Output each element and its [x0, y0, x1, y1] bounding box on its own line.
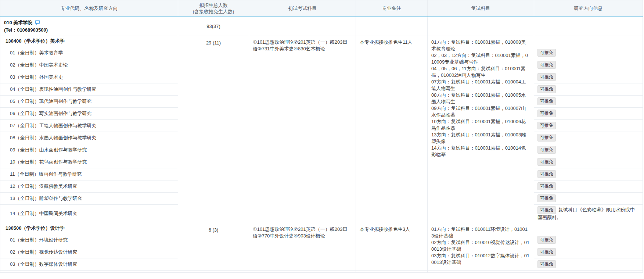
empty-cell [356, 17, 428, 36]
section-title-cell: 130500（学术学位）设计学 [0, 223, 178, 234]
initial-exam-line: ①101思想政治理论②201英语（一）或203日语③770中外设计史④903设计… [253, 226, 352, 239]
admissions-table: 专业代码、名称及研究方向 拟招生总人数 (含接收推免生人数) 初试考试科目 专业… [0, 0, 643, 273]
direction-info-cell: 可推免 [534, 234, 643, 246]
college-cell: 010 美术学院 (Tel：01068903500) [0, 17, 178, 36]
direction-info-cell: 可推免 [534, 144, 643, 156]
table-header: 专业代码、名称及研究方向 拟招生总人数 (含接收推免生人数) 初试考试科目 专业… [0, 0, 643, 17]
direction-label: 13（全日制）雕塑创作与教学研究 [10, 196, 82, 201]
exempt-badge: 可推免 [537, 85, 556, 93]
direction-info-cell: 可推免 [534, 156, 643, 168]
section-row: 130400（学术学位）美术学 29 (11) ①101思想政治理论②201英语… [0, 36, 643, 47]
direction-label: 12（全日制）汉藏佛教美术研究 [10, 183, 77, 189]
direction-label: 05（全日制）现代油画创作与教学研究 [10, 99, 91, 104]
header-direction-info: 研究方向信息 [534, 0, 643, 17]
retest-line: 07方向：复试科目：010001素描，010004工笔人物写生 [431, 79, 530, 92]
direction-label: 09（全日制）山水画创作与教学研究 [10, 147, 87, 153]
exempt-badge: 可推免 [537, 158, 556, 166]
empty-cell [178, 270, 249, 272]
header-label: 专业备注 [358, 5, 425, 11]
direction-info-cell: 可推免 [534, 107, 643, 119]
empty-cell [249, 270, 356, 272]
section-total: 6 (3) [209, 227, 219, 233]
direction-name-cell: 01（全日制）环境设计研究 [0, 234, 178, 246]
direction-info-cell: 可推免 [534, 132, 643, 144]
header-sublabel: (含接收推免生人数) [180, 8, 247, 15]
direction-label: 14（全日制）中国民间美术研究 [10, 211, 77, 216]
initial-exam-cell: ①101思想政治理论②201英语（一）或203日语③770中外设计史④903设计… [249, 223, 356, 270]
exempt-badge: 可推免 [537, 73, 556, 81]
direction-info-cell: 可推免 [534, 258, 643, 270]
exempt-badge: 可推免 [537, 97, 556, 105]
exempt-badge: 可推免 [537, 146, 556, 154]
retest-line: 01方向：复试科目：010001素描，010008美术教育理论 [431, 39, 530, 52]
college-tel: (Tel：01068903500) [4, 26, 174, 34]
direction-name-cell: 01（全日制）美术教育学 [0, 47, 178, 59]
initial-exam-cell: ①101思想政治理论②201英语（一）或203日语③731中外美术史④830艺术… [249, 36, 356, 223]
section-title-cell: 130400（学术学位）美术学 [0, 36, 178, 47]
direction-name-cell: 13（全日制）雕塑创作与教学研究 [0, 192, 178, 204]
direction-label: 07（全日制）工笔人物画创作与教学研究 [10, 123, 96, 128]
exempt-badge: 可推免 [537, 236, 556, 244]
direction-name-cell: 02（全日制）视觉传达设计研究 [0, 246, 178, 258]
exempt-badge: 可推免 [537, 248, 556, 256]
header-label: 初试考试科目 [251, 5, 353, 11]
header-label: 研究方向信息 [536, 5, 640, 11]
direction-name-cell: 08（全日制）水墨人物画创作与教学研究 [0, 132, 178, 144]
direction-name-cell: 14（全日制）中国民间美术研究 [0, 204, 178, 223]
empty-cell [0, 270, 178, 272]
retest-line: 08方向：复试科目：010001素描，010005水墨人物写生 [431, 92, 530, 105]
header-label: 复试科目 [430, 5, 532, 11]
direction-info-cell: 可推免 [534, 168, 643, 180]
direction-label: 04（全日制）表现性油画创作与教学研究 [10, 86, 96, 92]
direction-info-cell: 可推免 [534, 59, 643, 71]
comment-bubble-icon[interactable] [35, 20, 40, 26]
exempt-badge: 可推免 [537, 122, 556, 129]
direction-label: 06（全日制）写实油画创作与教学研究 [10, 111, 91, 116]
section-total-cell: 29 (11) [178, 36, 249, 223]
direction-name-cell: 09（全日制）山水画创作与教学研究 [0, 144, 178, 156]
direction-label: 01（全日制）环境设计研究 [10, 237, 68, 243]
retest-line: 09方向：复试科目：010001素描，010007山水作品临摹 [431, 105, 530, 118]
direction-label: 02（全日制）中国美术史论 [10, 62, 68, 68]
retest-line: 04，05，06，11方向：复试科目：010001素描，010002油画人物写生 [431, 65, 530, 79]
retest-line: 14方向：复试科目：010001素描，010014色彩临摹 [431, 145, 530, 158]
empty-cell [534, 223, 643, 234]
exempt-badge: 可推免 [537, 260, 556, 268]
empty-cell [356, 270, 428, 272]
retest-subjects-cell: 01方向：复试科目：010001素描，010008美术教育理论02，03，12方… [428, 36, 534, 223]
exempt-badge: 可推免 [537, 170, 556, 178]
initial-exam-line: ①101思想政治理论②201英语（一）或203日语③731中外美术史④830艺术… [253, 39, 352, 52]
section-row: 130500（学术学位）设计学 6 (3) ①101思想政治理论②201英语（一… [0, 223, 643, 234]
table-body: 010 美术学院 (Tel：01068903500) 93(37) 130400… [0, 17, 643, 273]
direction-name-cell: 04（全日制）表现性油画创作与教学研究 [0, 83, 178, 95]
filler-row [0, 270, 643, 272]
header-major-note: 专业备注 [356, 0, 428, 17]
exempt-badge: 可推免 [537, 206, 556, 214]
section-total: 29 (11) [206, 40, 221, 46]
major-note: 本专业拟接收推免生3人 [360, 226, 410, 232]
exempt-badge: 可推免 [537, 134, 556, 142]
direction-info-cell: 可推免 [534, 71, 643, 83]
direction-info-cell: 可推免 [534, 246, 643, 258]
college-row: 010 美术学院 (Tel：01068903500) 93(37) [0, 17, 643, 36]
exempt-badge: 可推免 [537, 182, 556, 190]
major-note: 本专业拟接收推免生11人 [360, 39, 413, 45]
section-title: 130500（学术学位）设计学 [6, 225, 64, 231]
empty-cell [249, 17, 356, 36]
retest-subjects-cell: 01方向：复试科目：010011环境设计，010013设计基础02方向：复试科目… [428, 223, 534, 270]
direction-label: 01（全日制）美术教育学 [10, 50, 63, 56]
direction-info-cell: 可推免 [534, 192, 643, 204]
header-enroll-total: 拟招生总人数 (含接收推免生人数) [178, 0, 249, 17]
college-total-cell: 93(37) [178, 17, 249, 36]
retest-line: 02，03，12方向：复试科目：010001素描，010009专业基础与写作 [431, 52, 530, 65]
header-label: 专业代码、名称及研究方向 [3, 5, 176, 11]
retest-line: 02方向：复试科目：010010视觉传达设计，010013设计基础 [431, 239, 530, 253]
direction-info-cell: 可推免 [534, 180, 643, 192]
direction-label: 11（全日制）版画创作与教学研究 [10, 171, 82, 177]
direction-name-cell: 11（全日制）版画创作与教学研究 [0, 168, 178, 180]
direction-label: 08（全日制）水墨人物画创作与教学研究 [10, 135, 96, 140]
college-name: 010 美术学院 [4, 20, 32, 25]
direction-label: 02（全日制）视觉传达设计研究 [10, 249, 77, 255]
empty-cell [534, 36, 643, 47]
header-initial-exam: 初试考试科目 [249, 0, 356, 17]
